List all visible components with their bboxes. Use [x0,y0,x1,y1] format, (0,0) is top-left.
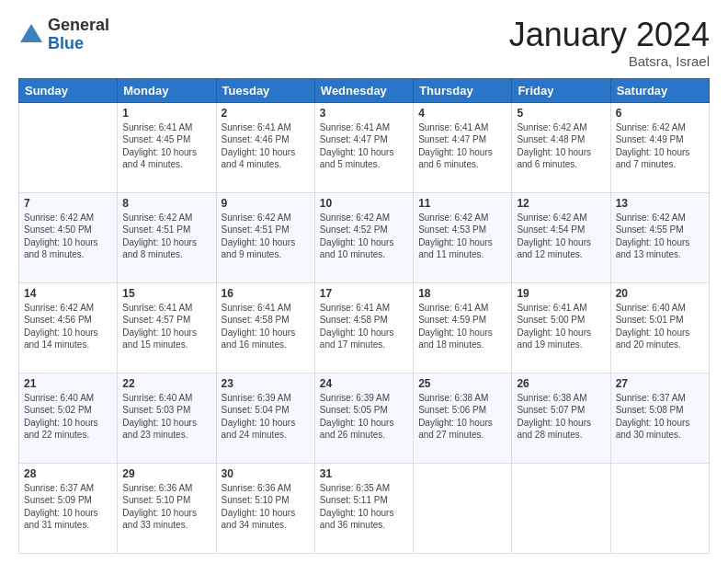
calendar-cell: 10Sunrise: 6:42 AM Sunset: 4:52 PM Dayli… [314,192,413,282]
calendar-cell: 3Sunrise: 6:41 AM Sunset: 4:47 PM Daylig… [314,102,413,192]
day-number: 11 [418,197,506,210]
day-number: 3 [320,107,408,120]
calendar-cell: 31Sunrise: 6:35 AM Sunset: 5:11 PM Dayli… [314,463,413,553]
day-info: Sunrise: 6:36 AM Sunset: 5:10 PM Dayligh… [222,482,310,532]
day-info: Sunrise: 6:40 AM Sunset: 5:01 PM Dayligh… [616,302,704,351]
day-number: 16 [222,287,310,300]
day-number: 14 [24,287,112,300]
day-info: Sunrise: 6:41 AM Sunset: 4:45 PM Dayligh… [122,121,210,171]
day-info: Sunrise: 6:41 AM Sunset: 5:00 PM Dayligh… [517,302,605,351]
calendar-cell: 25Sunrise: 6:38 AM Sunset: 5:06 PM Dayli… [414,373,512,463]
calendar-cell [512,463,610,553]
calendar-cell: 12Sunrise: 6:42 AM Sunset: 4:54 PM Dayli… [512,192,610,282]
day-info: Sunrise: 6:41 AM Sunset: 4:58 PM Dayligh… [222,302,310,351]
day-info: Sunrise: 6:41 AM Sunset: 4:46 PM Dayligh… [222,121,310,171]
day-info: Sunrise: 6:42 AM Sunset: 4:49 PM Dayligh… [616,121,704,171]
calendar-table: SundayMondayTuesdayWednesdayThursdayFrid… [18,78,710,554]
day-number: 18 [418,287,506,300]
calendar-cell: 7Sunrise: 6:42 AM Sunset: 4:50 PM Daylig… [19,192,118,282]
day-info: Sunrise: 6:42 AM Sunset: 4:51 PM Dayligh… [122,212,210,261]
calendar-cell: 14Sunrise: 6:42 AM Sunset: 4:56 PM Dayli… [19,282,118,373]
day-number: 13 [616,197,704,210]
col-header-sunday: Sunday [19,78,118,102]
day-number: 28 [24,467,112,480]
title-section: January 2024 Batsra, Israel [509,17,710,69]
col-header-saturday: Saturday [610,78,709,102]
day-info: Sunrise: 6:41 AM Sunset: 4:59 PM Dayligh… [418,302,506,351]
day-info: Sunrise: 6:38 AM Sunset: 5:07 PM Dayligh… [517,392,605,442]
day-number: 7 [24,197,112,210]
week-row-1: 1Sunrise: 6:41 AM Sunset: 4:45 PM Daylig… [19,102,710,192]
week-row-2: 7Sunrise: 6:42 AM Sunset: 4:50 PM Daylig… [19,192,710,282]
day-number: 9 [222,197,310,210]
day-info: Sunrise: 6:42 AM Sunset: 4:52 PM Dayligh… [320,212,408,261]
col-header-tuesday: Tuesday [216,78,314,102]
day-info: Sunrise: 6:42 AM Sunset: 4:55 PM Dayligh… [616,212,704,261]
day-info: Sunrise: 6:41 AM Sunset: 4:58 PM Dayligh… [320,302,408,351]
week-row-4: 21Sunrise: 6:40 AM Sunset: 5:02 PM Dayli… [19,373,710,463]
calendar-cell: 23Sunrise: 6:39 AM Sunset: 5:04 PM Dayli… [216,373,314,463]
calendar-cell: 24Sunrise: 6:39 AM Sunset: 5:05 PM Dayli… [314,373,413,463]
day-number: 23 [222,377,310,390]
col-header-thursday: Thursday [414,78,512,102]
day-info: Sunrise: 6:39 AM Sunset: 5:04 PM Dayligh… [222,392,310,442]
day-number: 8 [122,197,210,210]
calendar-cell: 22Sunrise: 6:40 AM Sunset: 5:03 PM Dayli… [118,373,216,463]
day-number: 29 [122,467,210,480]
logo-icon [18,22,44,48]
logo-text: General Blue [48,17,109,53]
logo: General Blue [18,17,109,53]
day-info: Sunrise: 6:42 AM Sunset: 4:50 PM Dayligh… [24,212,112,261]
day-info: Sunrise: 6:40 AM Sunset: 5:02 PM Dayligh… [24,392,112,442]
calendar-cell [19,102,118,192]
calendar-cell: 21Sunrise: 6:40 AM Sunset: 5:02 PM Dayli… [19,373,118,463]
day-number: 12 [517,197,605,210]
calendar-cell: 30Sunrise: 6:36 AM Sunset: 5:10 PM Dayli… [216,463,314,553]
calendar-cell: 20Sunrise: 6:40 AM Sunset: 5:01 PM Dayli… [610,282,709,373]
day-info: Sunrise: 6:37 AM Sunset: 5:09 PM Dayligh… [24,482,112,532]
day-number: 24 [320,377,408,390]
calendar-cell: 13Sunrise: 6:42 AM Sunset: 4:55 PM Dayli… [610,192,709,282]
day-number: 2 [222,107,310,120]
day-number: 20 [616,287,704,300]
day-number: 21 [24,377,112,390]
col-header-monday: Monday [118,78,216,102]
calendar-cell: 6Sunrise: 6:42 AM Sunset: 4:49 PM Daylig… [610,102,709,192]
calendar-cell: 8Sunrise: 6:42 AM Sunset: 4:51 PM Daylig… [118,192,216,282]
day-info: Sunrise: 6:41 AM Sunset: 4:47 PM Dayligh… [418,121,506,171]
logo-blue-text: Blue [48,35,109,53]
day-number: 10 [320,197,408,210]
week-row-5: 28Sunrise: 6:37 AM Sunset: 5:09 PM Dayli… [19,463,710,553]
svg-marker-0 [20,24,42,42]
day-info: Sunrise: 6:42 AM Sunset: 4:54 PM Dayligh… [517,212,605,261]
day-info: Sunrise: 6:41 AM Sunset: 4:57 PM Dayligh… [122,302,210,351]
calendar-cell: 2Sunrise: 6:41 AM Sunset: 4:46 PM Daylig… [216,102,314,192]
day-number: 1 [122,107,210,120]
day-info: Sunrise: 6:42 AM Sunset: 4:53 PM Dayligh… [418,212,506,261]
calendar-cell [414,463,512,553]
calendar-cell: 29Sunrise: 6:36 AM Sunset: 5:10 PM Dayli… [118,463,216,553]
week-row-3: 14Sunrise: 6:42 AM Sunset: 4:56 PM Dayli… [19,282,710,373]
calendar-cell: 18Sunrise: 6:41 AM Sunset: 4:59 PM Dayli… [414,282,512,373]
day-number: 22 [122,377,210,390]
day-info: Sunrise: 6:35 AM Sunset: 5:11 PM Dayligh… [320,482,408,532]
day-info: Sunrise: 6:41 AM Sunset: 4:47 PM Dayligh… [320,121,408,171]
calendar-cell: 4Sunrise: 6:41 AM Sunset: 4:47 PM Daylig… [414,102,512,192]
calendar-cell: 5Sunrise: 6:42 AM Sunset: 4:48 PM Daylig… [512,102,610,192]
logo-general-text: General [48,17,109,35]
day-number: 25 [418,377,506,390]
day-info: Sunrise: 6:42 AM Sunset: 4:48 PM Dayligh… [517,121,605,171]
header-row: SundayMondayTuesdayWednesdayThursdayFrid… [19,78,710,102]
calendar-cell: 17Sunrise: 6:41 AM Sunset: 4:58 PM Dayli… [314,282,413,373]
page: General Blue January 2024 Batsra, Israel… [0,0,728,563]
day-number: 27 [616,377,704,390]
calendar-cell: 16Sunrise: 6:41 AM Sunset: 4:58 PM Dayli… [216,282,314,373]
calendar-cell [610,463,709,553]
day-number: 15 [122,287,210,300]
day-info: Sunrise: 6:40 AM Sunset: 5:03 PM Dayligh… [122,392,210,442]
calendar-cell: 27Sunrise: 6:37 AM Sunset: 5:08 PM Dayli… [610,373,709,463]
day-info: Sunrise: 6:37 AM Sunset: 5:08 PM Dayligh… [616,392,704,442]
month-title: January 2024 [509,17,710,53]
day-info: Sunrise: 6:36 AM Sunset: 5:10 PM Dayligh… [122,482,210,532]
day-number: 31 [320,467,408,480]
